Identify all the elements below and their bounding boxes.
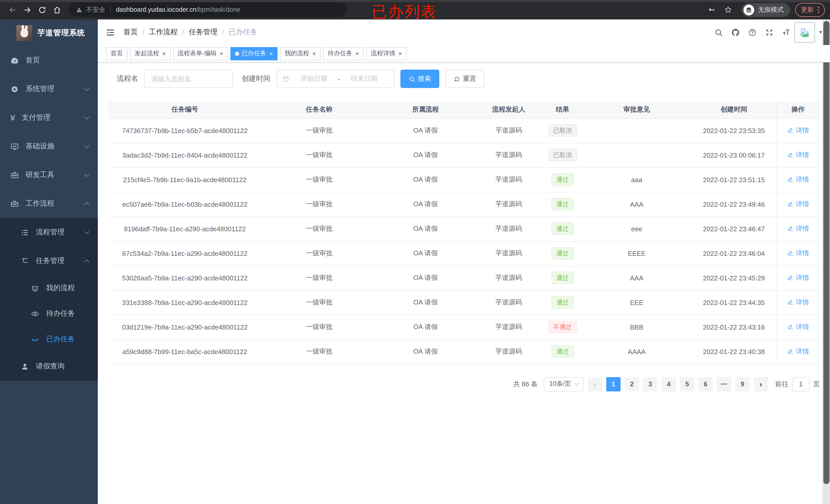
cell-starter: 芋道源码 — [474, 290, 543, 315]
cell-process: OA 请假 — [377, 167, 474, 192]
close-icon[interactable]: × — [312, 50, 316, 57]
tab[interactable]: 发起流程 × — [130, 47, 170, 60]
page-button[interactable]: ••• — [717, 377, 731, 391]
filter-time-label: 创建时间 — [242, 74, 270, 83]
sidebar-item[interactable]: 首页 — [0, 46, 98, 75]
forward-icon[interactable] — [20, 3, 35, 17]
star-icon[interactable] — [724, 6, 732, 14]
reload-icon[interactable] — [35, 3, 50, 17]
font-size-icon[interactable] — [782, 28, 791, 37]
sidebar-item[interactable]: ¥ 支付管理 — [0, 103, 98, 132]
cell-process: OA 请假 — [377, 241, 474, 266]
sidebar-item-label: 任务管理 — [36, 256, 65, 266]
key-icon[interactable] — [708, 6, 716, 14]
reset-button[interactable]: 重置 — [445, 70, 484, 88]
sidebar-item[interactable]: 基础设施 — [0, 132, 98, 161]
cell-starter: 芋道源码 — [474, 339, 543, 364]
breadcrumb-item[interactable]: 工作流程 — [149, 28, 178, 37]
tab[interactable]: 我的流程 × — [280, 47, 321, 60]
cell-comment: BBB — [582, 315, 692, 339]
tab[interactable]: 待办任务 × — [323, 47, 363, 60]
search-button[interactable]: 搜索 — [401, 70, 439, 88]
app-logo[interactable]: 芋道管理系统 — [0, 20, 98, 46]
cell-actions: 详情 — [776, 143, 820, 167]
breadcrumb-item[interactable]: 已办任务 — [229, 28, 257, 37]
close-icon[interactable]: × — [162, 50, 166, 57]
sidebar-item[interactable]: 请假查询 — [0, 352, 98, 381]
close-icon[interactable]: × — [398, 50, 402, 57]
next-page-button[interactable]: › — [754, 377, 768, 391]
cell-task-id: 74736737-7b9b-11ec-b5b7-acde48001122 — [108, 118, 262, 143]
tab[interactable]: 已办任务 × — [230, 47, 278, 60]
close-icon[interactable]: × — [355, 50, 359, 57]
detail-link[interactable]: 详情 — [787, 273, 809, 282]
goto-page-input[interactable] — [792, 377, 809, 391]
detail-link-label: 详情 — [796, 200, 809, 209]
sidebar-item[interactable]: 流程管理 — [0, 218, 98, 247]
detail-link[interactable]: 详情 — [787, 175, 809, 184]
cell-actions: 详情 — [776, 241, 820, 266]
page-button[interactable]: 4 — [662, 377, 676, 391]
page-size-select[interactable]: 10条/页 — [544, 377, 584, 391]
detail-link[interactable]: 详情 — [787, 322, 809, 332]
fullscreen-icon[interactable] — [765, 28, 774, 37]
sidebar-item[interactable]: 待办任务 — [0, 301, 98, 327]
close-icon[interactable]: × — [220, 50, 223, 57]
page-button[interactable]: 1 — [606, 377, 620, 391]
hamburger-icon[interactable] — [105, 27, 115, 37]
sidebar-item[interactable]: 已办任务 — [0, 327, 98, 352]
detail-link[interactable]: 详情 — [787, 298, 809, 307]
github-icon[interactable] — [731, 28, 740, 37]
address-bar[interactable]: 不安全 dashboard.yudao.iocoder.cn/bpm/task/… — [69, 3, 347, 17]
detail-link[interactable]: 详情 — [787, 200, 809, 209]
sidebar-item[interactable]: 系统管理 — [0, 75, 98, 103]
pencil-icon — [787, 324, 794, 330]
avatar[interactable] — [794, 22, 815, 43]
process-name-input[interactable] — [145, 70, 233, 88]
breadcrumb-item[interactable]: 首页 — [123, 28, 138, 37]
sidebar-item[interactable]: 研发工具 — [0, 161, 98, 189]
detail-link[interactable]: 详情 — [787, 150, 809, 160]
home-icon[interactable] — [50, 3, 65, 17]
gauge-icon — [10, 56, 19, 65]
sidebar-item[interactable]: 工作流程 — [0, 189, 98, 218]
incognito-label: 无痕模式 — [758, 5, 784, 14]
back-icon[interactable] — [5, 3, 20, 17]
yen-icon: ¥ — [10, 113, 15, 122]
prev-page-button[interactable]: ‹ — [588, 377, 602, 391]
tab[interactable]: 流程表单-编辑 × — [173, 47, 228, 60]
page-button[interactable]: 5 — [680, 377, 694, 391]
detail-link[interactable]: 详情 — [787, 347, 809, 356]
detail-link[interactable]: 详情 — [787, 126, 809, 135]
sidebar-item[interactable]: 任务管理 — [0, 247, 98, 275]
close-icon[interactable]: × — [269, 50, 273, 57]
sidebar-item[interactable]: 我的流程 — [0, 275, 98, 301]
update-button[interactable]: 更新 — [795, 3, 825, 16]
tab[interactable]: 首页 × — [106, 47, 127, 60]
page-button[interactable]: 3 — [643, 377, 658, 391]
cell-process: OA 请假 — [377, 143, 474, 167]
browser-menu-icon[interactable] — [818, 6, 819, 13]
browser-nav — [5, 3, 65, 17]
cell-starter: 芋道源码 — [474, 266, 543, 290]
cell-time: 2022-01-22 23:43:16 — [692, 315, 776, 339]
tab[interactable]: 流程详情 × — [366, 47, 407, 60]
pencil-icon — [787, 176, 794, 183]
scrollbar[interactable] — [822, 20, 830, 504]
search-icon[interactable] — [714, 28, 723, 37]
column-header: 任务名称 — [262, 101, 377, 118]
table-row: a59c9d88-7b99-11ec-ba5c-acde48001122 一级审… — [108, 339, 820, 364]
page-button[interactable]: 9 — [735, 377, 749, 391]
scrollbar-thumb[interactable] — [823, 21, 829, 484]
detail-link[interactable]: 详情 — [787, 224, 809, 233]
table-row: 53026aa5-7b9a-11ec-a290-acde48001122 一级审… — [108, 266, 820, 290]
cell-starter: 芋道源码 — [474, 216, 543, 241]
breadcrumb-item[interactable]: 任务管理 — [189, 28, 218, 37]
page-button[interactable]: 2 — [625, 377, 639, 391]
question-icon[interactable] — [748, 28, 757, 37]
date-range-picker[interactable]: 开始日期 - 结束日期 — [277, 70, 394, 88]
cell-process: OA 请假 — [377, 290, 474, 315]
chevron-icon — [84, 172, 89, 177]
detail-link[interactable]: 详情 — [787, 249, 809, 258]
page-button[interactable]: 6 — [698, 377, 713, 391]
